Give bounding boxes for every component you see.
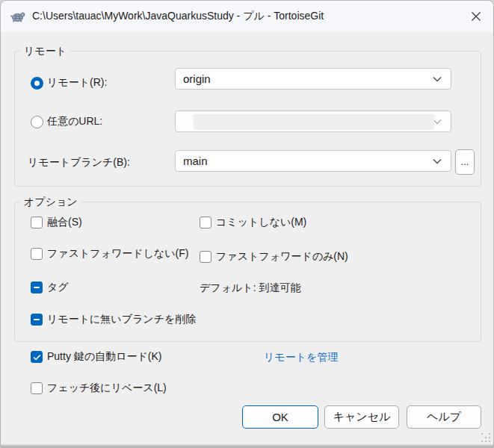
arbitrary-url-combobox [175,111,451,132]
resize-grip[interactable] [481,433,490,442]
chevron-down-icon [433,158,442,164]
checkbox-putty-autoload[interactable]: Putty 鍵の自動ロード(K) [31,351,161,363]
checkbox-squash-label: 融合(S) [47,216,82,229]
remote-radio[interactable]: リモート(R): [31,76,107,90]
tortoisegit-turtle-icon [10,9,25,24]
window-title: C:\Users\tauac\MyWork\JavaQuarkusStudy -… [32,10,324,23]
remote-branch-combobox-value: main [183,155,433,167]
checkbox-fast-forward-only[interactable]: ファストフォワードのみ(N) [200,251,348,263]
checkbox-no-fast-forward-label: ファストフォワードしない(F) [47,247,189,261]
close-icon [471,11,481,22]
radio-selected-icon [31,77,43,90]
checkbox-tags-label: タグ [47,281,69,294]
checkbox-prune[interactable]: リモートに無いブランチを削除 [31,314,196,326]
checkbox-rebase-after-fetch[interactable]: フェッチ後にリベース(L) [31,382,167,394]
checkbox-squash[interactable]: 融合(S) [31,217,82,228]
manage-remotes-link[interactable]: リモートを管理 [264,351,338,364]
checkbox-putty-autoload-label: Putty 鍵の自動ロード(K) [47,350,161,364]
checkbox-box [31,382,43,394]
arbitrary-url-radio[interactable]: 任意のURL: [31,115,102,128]
checkbox-box [200,217,212,228]
chevron-down-icon [433,76,442,82]
ok-button[interactable]: OK [242,405,318,429]
checkbox-box [31,217,43,228]
options-group-label: オプション [20,196,81,208]
arbitrary-url-radio-label: 任意のURL: [47,115,102,128]
checkbox-no-fast-forward[interactable]: ファストフォワードしない(F) [31,248,189,260]
checkbox-box [200,251,212,263]
help-button[interactable]: ヘルプ [407,405,481,429]
browse-branches-button[interactable]: ... [455,149,475,175]
remote-branch-label: リモートブランチ(B): [28,156,130,169]
tags-default-text: デフォルト: 到達可能 [200,281,300,295]
cancel-button[interactable]: キャンセル [324,405,399,429]
checkbox-prune-label: リモートに無いブランチを削除 [47,313,196,326]
remote-branch-combobox[interactable]: main [175,150,451,172]
checkbox-fast-forward-only-label: ファストフォワードのみ(N) [216,250,348,264]
checkbox-box [31,248,43,260]
pull-dialog: C:\Users\tauac\MyWork\JavaQuarkusStudy -… [0,0,494,448]
remote-radio-label: リモート(R): [47,76,107,90]
checkbox-rebase-after-fetch-label: フェッチ後にリベース(L) [47,382,167,395]
checkbox-indeterminate-box [31,281,43,293]
checkmark-icon [33,354,41,361]
titlebar: C:\Users\tauac\MyWork\JavaQuarkusStudy -… [1,1,493,32]
close-button[interactable] [458,1,493,31]
radio-unselected-icon [31,116,43,128]
checkbox-indeterminate-box [31,314,43,326]
checkbox-tags[interactable]: タグ [31,281,69,293]
checkbox-no-commit[interactable]: コミットしない(M) [200,217,306,228]
remote-combobox-value: origin [183,72,433,85]
checkbox-checked-box [31,351,43,363]
url-field-disabled [194,114,434,130]
checkbox-no-commit-label: コミットしない(M) [216,216,306,229]
remote-combobox[interactable]: origin [175,68,451,90]
remote-group-label: リモート [20,45,70,57]
window-bottom-edge [1,444,493,447]
